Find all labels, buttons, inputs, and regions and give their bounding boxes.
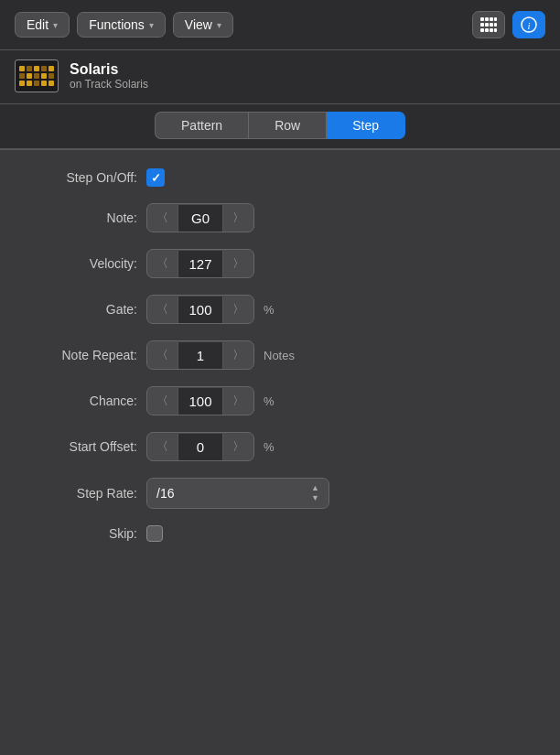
toolbar: Edit ▾ Functions ▾ View ▾ i — [0, 0, 560, 50]
icon-cell — [41, 73, 47, 79]
velocity-spinner: 〈 127 〉 — [146, 249, 254, 278]
svg-rect-10 — [490, 28, 493, 32]
step-rate-up-icon[interactable]: ▲ — [311, 484, 319, 492]
step-rate-value: /16 — [156, 486, 174, 501]
tab-row[interactable]: Row — [248, 112, 327, 139]
gate-down-button[interactable]: 〈 — [147, 296, 178, 323]
icon-cell — [48, 81, 54, 86]
gate-up-button[interactable]: 〉 — [223, 296, 253, 323]
note-row: Note: 〈 G0 〉 — [37, 203, 523, 232]
edit-chevron-icon: ▾ — [53, 20, 58, 30]
svg-rect-11 — [494, 28, 497, 32]
view-menu-button[interactable]: View ▾ — [173, 12, 233, 38]
step-rate-down-icon[interactable]: ▼ — [311, 494, 319, 502]
icon-cell — [27, 81, 32, 86]
svg-rect-4 — [480, 23, 484, 27]
icon-cell — [19, 66, 25, 71]
start-offset-row: Start Offset: 〈 0 〉 % — [37, 432, 523, 461]
gate-suffix: % — [264, 303, 275, 317]
step-on-off-label: Step On/Off: — [37, 170, 137, 185]
icon-cell — [41, 81, 47, 86]
step-rate-label: Step Rate: — [37, 486, 137, 501]
icon-cell — [19, 73, 25, 79]
step-on-off-checkbox[interactable]: ✓ — [146, 168, 165, 187]
svg-rect-5 — [485, 23, 489, 27]
info-icon-button[interactable]: i — [512, 11, 545, 38]
velocity-value: 127 — [178, 251, 223, 277]
track-subtitle: on Track Solaris — [70, 78, 148, 91]
velocity-up-button[interactable]: 〉 — [223, 250, 253, 277]
track-name: Solaris — [70, 61, 148, 78]
svg-rect-9 — [485, 28, 489, 32]
note-up-button[interactable]: 〉 — [223, 204, 253, 232]
start-offset-suffix: % — [264, 440, 275, 454]
svg-rect-8 — [480, 28, 484, 32]
gate-spinner: 〈 100 〉 — [146, 295, 254, 324]
skip-checkbox[interactable] — [146, 525, 163, 542]
edit-menu-button[interactable]: Edit ▾ — [15, 12, 70, 38]
gate-row: Gate: 〈 100 〉 % — [37, 295, 523, 324]
icon-cell — [48, 73, 54, 79]
svg-rect-7 — [494, 23, 497, 27]
track-icon — [15, 59, 59, 92]
icon-cell — [34, 66, 39, 71]
note-repeat-spinner: 〈 1 〉 — [146, 340, 254, 370]
icon-cell — [34, 73, 39, 79]
functions-label: Functions — [89, 17, 145, 32]
gate-label: Gate: — [37, 302, 137, 317]
edit-label: Edit — [27, 17, 48, 32]
start-offset-spinner: 〈 0 〉 — [146, 432, 254, 461]
gate-value: 100 — [178, 297, 223, 323]
chance-label: Chance: — [37, 394, 137, 408]
svg-rect-0 — [480, 17, 484, 21]
chance-up-button[interactable]: 〉 — [223, 387, 253, 415]
svg-rect-6 — [490, 23, 493, 27]
tab-pattern[interactable]: Pattern — [155, 112, 248, 139]
chance-value: 100 — [178, 388, 223, 415]
icon-cell — [48, 66, 54, 71]
chance-suffix: % — [264, 394, 275, 408]
svg-rect-1 — [485, 17, 489, 21]
note-down-button[interactable]: 〈 — [147, 204, 178, 232]
start-offset-value: 0 — [178, 434, 223, 460]
icon-cell — [27, 73, 32, 79]
note-repeat-row: Note Repeat: 〈 1 〉 Notes — [37, 340, 523, 370]
note-repeat-down-button[interactable]: 〈 — [147, 341, 178, 369]
note-repeat-value: 1 — [178, 342, 223, 369]
track-info: Solaris on Track Solaris — [70, 61, 148, 91]
step-rate-stepper: ▲ ▼ — [311, 484, 319, 502]
track-header: Solaris on Track Solaris — [0, 50, 560, 104]
step-on-off-row: Step On/Off: ✓ — [37, 168, 523, 187]
grid-icon-button[interactable] — [472, 11, 505, 38]
svg-rect-3 — [494, 17, 497, 21]
icon-cell — [34, 81, 39, 86]
note-label: Note: — [37, 210, 137, 225]
view-chevron-icon: ▾ — [217, 20, 221, 30]
functions-menu-button[interactable]: Functions ▾ — [77, 12, 166, 38]
step-rate-row: Step Rate: /16 ▲ ▼ — [37, 478, 523, 509]
note-repeat-suffix: Notes — [264, 349, 295, 362]
chance-row: Chance: 〈 100 〉 % — [37, 386, 523, 415]
icon-cell — [27, 66, 32, 71]
velocity-down-button[interactable]: 〈 — [147, 250, 178, 277]
tab-step[interactable]: Step — [327, 112, 405, 139]
start-offset-down-button[interactable]: 〈 — [147, 433, 178, 460]
svg-rect-2 — [490, 17, 493, 21]
start-offset-up-button[interactable]: 〉 — [223, 433, 253, 460]
skip-label: Skip: — [37, 526, 137, 541]
step-rate-select[interactable]: /16 ▲ ▼ — [146, 478, 329, 509]
chance-spinner: 〈 100 〉 — [146, 386, 254, 415]
icon-cell — [19, 81, 25, 86]
icon-cell — [41, 66, 47, 71]
note-repeat-up-button[interactable]: 〉 — [223, 341, 253, 369]
start-offset-label: Start Offset: — [37, 439, 137, 454]
main-content: Step On/Off: ✓ Note: 〈 G0 〉 Velocity: 〈 … — [0, 150, 560, 577]
functions-chevron-icon: ▾ — [149, 20, 154, 30]
tab-bar: Pattern Row Step — [0, 104, 560, 150]
note-repeat-label: Note Repeat: — [37, 348, 137, 362]
chance-down-button[interactable]: 〈 — [147, 387, 178, 415]
view-label: View — [185, 17, 212, 32]
note-spinner: 〈 G0 〉 — [146, 203, 254, 232]
checkmark-icon: ✓ — [151, 172, 161, 184]
skip-row: Skip: — [37, 525, 523, 542]
